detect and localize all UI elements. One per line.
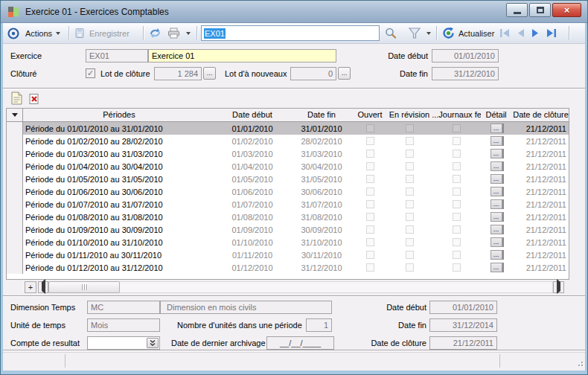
footer-date-debut-field[interactable]: 01/01/2010 [429, 301, 497, 314]
journaux-checkbox[interactable] [453, 124, 461, 132]
journaux-checkbox[interactable] [453, 200, 461, 208]
horizontal-scrollbar-thumb[interactable] [48, 281, 120, 293]
table-row[interactable]: Période du 01/06/2010 au 30/06/201001/06… [7, 185, 569, 198]
restore-button[interactable] [529, 3, 551, 17]
table-row[interactable]: Période du 01/04/2010 au 30/04/201001/04… [7, 160, 569, 173]
ouvert-checkbox[interactable] [366, 188, 374, 196]
row-selector-cell[interactable] [7, 211, 23, 223]
nav-first-icon[interactable] [499, 23, 511, 43]
lot-cloture-field[interactable]: 1 284 [154, 67, 202, 80]
revision-checkbox[interactable] [406, 263, 414, 272]
resize-grip[interactable] [575, 359, 583, 366]
close-button[interactable]: × [552, 3, 581, 17]
search-input[interactable]: EX01 [201, 25, 380, 41]
row-selector-cell[interactable] [7, 160, 23, 173]
footer-date-cloture-field[interactable]: 21/12/2011 [429, 336, 497, 350]
detail-button[interactable]: ... [490, 212, 502, 222]
date-debut-field[interactable]: 01/01/2010 [432, 49, 499, 62]
ouvert-checkbox[interactable] [366, 200, 374, 208]
revision-checkbox[interactable] [406, 213, 414, 221]
add-period-button[interactable]: + [25, 281, 36, 293]
exercice-name-field[interactable]: Exercice 01 [148, 49, 336, 62]
save-button[interactable]: Enregistrer [74, 23, 130, 43]
horizontal-scrollbar-track[interactable] [48, 281, 553, 293]
journaux-checkbox[interactable] [453, 263, 461, 272]
scroll-right-button[interactable] [553, 281, 564, 293]
new-period-button[interactable] [9, 91, 24, 106]
revision-checkbox[interactable] [406, 225, 414, 234]
dimension-code-field[interactable]: MC [87, 301, 160, 314]
revision-checkbox[interactable] [406, 251, 414, 259]
row-selector-cell[interactable] [7, 223, 23, 236]
detail-button[interactable]: ... [490, 136, 502, 146]
nav-previous-icon[interactable] [515, 23, 526, 43]
actions-button[interactable]: Actions [25, 23, 60, 43]
table-row[interactable]: Période du 01/02/2010 au 28/02/201001/02… [7, 135, 569, 147]
row-selector-cell[interactable] [7, 185, 23, 198]
ouvert-checkbox[interactable] [366, 124, 374, 132]
col-periodes[interactable]: Périodes [23, 109, 215, 121]
table-row[interactable]: Période du 01/10/2010 au 31/10/201001/10… [7, 236, 569, 249]
journaux-checkbox[interactable] [453, 162, 461, 170]
col-date-fin[interactable]: Date fin [290, 109, 354, 121]
detail-button[interactable]: ... [490, 263, 502, 272]
revision-checkbox[interactable] [406, 200, 414, 208]
printer-icon[interactable] [167, 23, 181, 43]
detail-button[interactable]: ... [490, 124, 502, 133]
ouvert-checkbox[interactable] [366, 238, 374, 246]
table-row[interactable]: Période du 01/08/2010 au 31/08/201001/08… [7, 211, 569, 223]
detail-button[interactable]: ... [490, 225, 502, 234]
table-row[interactable]: Période du 01/07/2010 au 31/07/201001/07… [7, 198, 569, 211]
ouvert-checkbox[interactable] [366, 263, 374, 272]
col-ouvert[interactable]: Ouvert [354, 109, 386, 121]
scroll-left-button[interactable] [38, 281, 48, 293]
minimize-button[interactable] [506, 3, 528, 17]
dimension-name-field[interactable]: Dimension en mois civils [160, 301, 332, 314]
exercice-code-field[interactable]: EX01 [86, 49, 148, 62]
table-row[interactable]: Période du 01/05/2010 au 31/05/201001/05… [7, 173, 569, 185]
row-selector-header[interactable] [7, 109, 23, 121]
col-date-cloture[interactable]: Date de clôture [511, 109, 569, 121]
table-row[interactable]: Période du 01/11/2010 au 30/11/201001/11… [7, 249, 569, 261]
table-row[interactable]: Période du 01/12/2010 au 31/12/201001/12… [7, 261, 569, 274]
journaux-checkbox[interactable] [453, 213, 461, 221]
revision-checkbox[interactable] [406, 238, 414, 246]
unite-field[interactable]: Mois [87, 318, 160, 332]
double-chevron-down-icon[interactable] [147, 338, 159, 348]
ouvert-checkbox[interactable] [366, 213, 374, 221]
col-date-debut[interactable]: Date début [215, 109, 290, 121]
table-row[interactable]: Période du 01/03/2010 au 31/03/201001/03… [7, 147, 569, 160]
refresh-button[interactable]: Actualiser [442, 23, 494, 43]
row-selector-cell[interactable] [7, 236, 23, 249]
detail-button[interactable]: ... [490, 237, 502, 247]
lot-nouveaux-field[interactable]: 0 [290, 67, 336, 80]
ouvert-checkbox[interactable] [366, 137, 374, 145]
revision-checkbox[interactable] [406, 150, 414, 158]
revision-checkbox[interactable] [406, 188, 414, 196]
col-detail[interactable]: Détail [481, 109, 511, 121]
archivage-field[interactable]: __/__/____ [266, 336, 334, 350]
journaux-checkbox[interactable] [453, 137, 461, 145]
nav-last-icon[interactable] [545, 23, 557, 43]
detail-button[interactable]: ... [490, 149, 502, 158]
sync-icon[interactable] [149, 23, 162, 43]
row-selector-cell[interactable] [7, 147, 23, 160]
compte-resultat-combo[interactable] [87, 336, 160, 350]
footer-date-fin-field[interactable]: 31/12/2014 [429, 318, 497, 332]
delete-period-button[interactable] [27, 92, 42, 106]
ouvert-checkbox[interactable] [366, 225, 374, 234]
print-options-dropdown[interactable] [186, 23, 191, 43]
journaux-checkbox[interactable] [453, 188, 461, 196]
detail-button[interactable]: ... [490, 250, 502, 260]
table-row[interactable]: Période du 01/01/2010 au 31/01/201001/01… [7, 122, 569, 135]
titlebar[interactable]: Exercice 01 - Exercices Comptables × [1, 1, 587, 23]
row-selector-cell[interactable] [7, 198, 23, 211]
detail-button[interactable]: ... [490, 161, 502, 171]
filter-dropdown[interactable] [426, 23, 431, 43]
date-fin-field[interactable]: 31/12/2010 [432, 67, 499, 80]
row-selector-cell[interactable] [7, 249, 23, 261]
row-selector-cell[interactable] [7, 261, 23, 274]
revision-checkbox[interactable] [406, 137, 414, 145]
ouvert-checkbox[interactable] [366, 162, 374, 170]
lot-cloture-browse-button[interactable]: ... [203, 67, 216, 80]
